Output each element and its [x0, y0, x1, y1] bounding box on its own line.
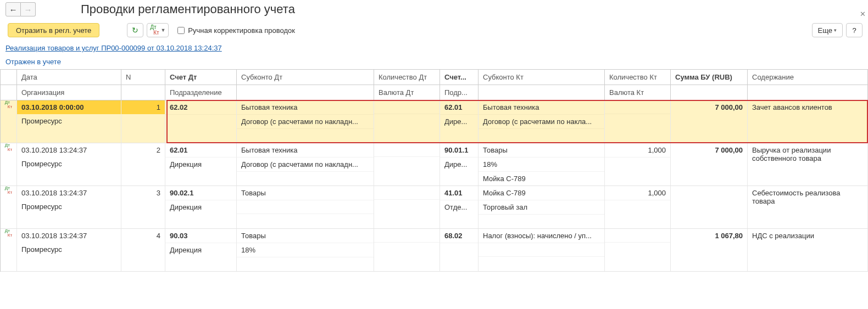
col-n[interactable]: N — [121, 70, 165, 85]
col-date[interactable]: Дата — [17, 70, 121, 85]
qty-dt-cell — [374, 229, 440, 271]
acc-dt-cell: 90.03Дирекция — [165, 229, 237, 271]
manual-correction-checkbox[interactable]: Ручная корректировка проводок — [175, 25, 295, 36]
qty-kt-cell — [605, 229, 671, 271]
cell-value — [671, 186, 747, 200]
cell-value: 90.03 — [165, 229, 236, 243]
cell-value: Отде... — [440, 200, 478, 214]
qty-kt-cell: 1,000 — [605, 143, 671, 186]
table-row[interactable]: ДтКт03.10.2018 13:24:37Промресурс390.02.… — [1, 186, 868, 229]
dtkt-register-button[interactable]: ДтКт ▼ — [147, 23, 169, 37]
n-cell: 1 — [121, 100, 165, 143]
nav-back-button[interactable]: ← — [5, 2, 21, 16]
cell-value: Договор (с расчетами по накладн... — [237, 158, 374, 172]
sub-kt-cell: Налог (взносы): начислено / уп... — [478, 229, 605, 271]
cell-value: Дирекция — [165, 200, 236, 214]
qty-dt-cell — [374, 143, 440, 186]
descr-cell: Выручка от реализации собственного товар… — [748, 143, 868, 186]
cell-value: Себестоимость реализова товара — [748, 186, 867, 208]
cell-value: 4 — [121, 229, 165, 243]
page-title: Проводки регламентированного учета — [81, 2, 295, 16]
col-sub-kt[interactable]: Субконто Кт — [478, 70, 605, 85]
cell-value — [478, 215, 604, 228]
qty-dt-cell — [374, 100, 440, 143]
cell-value: 62.02 — [165, 100, 236, 115]
cell-value — [374, 114, 439, 128]
col-acc-dt[interactable]: Счет Дт — [165, 70, 237, 85]
close-icon[interactable]: ✕ — [860, 10, 866, 18]
cell-value: 1 — [121, 100, 165, 114]
date-org-cell: 03.10.2018 13:24:37Промресурс — [17, 186, 121, 228]
cell-value: 18% — [237, 243, 374, 257]
cell-value: Товары — [237, 229, 374, 243]
acc-dt-cell: 90.02.1Дирекция — [165, 186, 237, 228]
cell-value — [605, 100, 670, 114]
col-icon[interactable] — [1, 70, 17, 85]
cell-value — [165, 115, 236, 128]
source-document-link[interactable]: Реализация товаров и услуг ПР00-000099 о… — [0, 42, 227, 54]
cell-value: 03.10.2018 13:24:37 — [17, 186, 121, 200]
dtkt-icon: ДтКт — [5, 100, 12, 109]
col-dept[interactable]: Подразделение — [165, 85, 237, 100]
cell-value — [605, 243, 670, 256]
cell-value: Торговый зал — [478, 200, 604, 215]
col-descr[interactable]: Содержание — [748, 70, 868, 85]
cell-value: 90.02.1 — [165, 186, 236, 200]
cell-value: 7 000,00 — [671, 143, 747, 157]
cell-value — [237, 172, 374, 186]
date-org-cell: 03.10.2018 0:00:00Промресурс — [17, 100, 121, 143]
acc-kt-cell: 41.01Отде... — [440, 186, 478, 228]
sum-cell: 7 000,00 — [671, 143, 748, 186]
col-dept-kt[interactable]: Подр... — [440, 85, 478, 100]
manual-correction-input[interactable] — [177, 27, 185, 34]
col-qty-kt[interactable]: Количество Кт — [605, 70, 671, 85]
table-row[interactable]: ДтКт03.10.2018 0:00:00Промресурс162.02Бы… — [1, 100, 868, 143]
cell-value: Промресурс — [17, 114, 121, 128]
dtkt-icon: ДтКт — [150, 25, 159, 36]
col-curr-kt[interactable]: Валюта Кт — [605, 85, 671, 100]
col-acc-kt[interactable]: Счет... — [440, 70, 478, 85]
sub-kt-cell: Бытовая техникаДоговор (с расчетами по н… — [478, 100, 605, 143]
refresh-button[interactable]: ↻ — [127, 23, 143, 37]
cell-value — [605, 158, 670, 171]
table-row[interactable]: ДтКт03.10.2018 13:24:37Промресурс262.01Д… — [1, 143, 868, 186]
descr-cell: Зачет авансов клиентов — [748, 100, 868, 143]
cell-value: 03.10.2018 13:24:37 — [17, 229, 121, 243]
cell-value: Зачет авансов клиентов — [748, 100, 867, 114]
cell-value: Дире... — [440, 158, 478, 171]
descr-cell: НДС с реализации — [748, 229, 868, 271]
cell-value — [374, 243, 439, 256]
table-row[interactable]: ДтКт03.10.2018 13:24:37Промресурс490.03Д… — [1, 229, 868, 272]
col-sub-dt[interactable]: Субконто Дт — [237, 70, 374, 85]
cell-value: 2 — [121, 143, 165, 157]
more-button[interactable]: Еще ▾ — [812, 23, 843, 37]
row-icon-cell: ДтКт — [1, 100, 17, 143]
cell-value: 18% — [478, 158, 604, 172]
cell-value: 03.10.2018 0:00:00 — [17, 100, 121, 114]
nav-forward-button[interactable]: → — [21, 2, 36, 16]
col-org[interactable]: Организация — [17, 85, 121, 100]
acc-kt-cell: 68.02 — [440, 229, 478, 271]
cell-value: Договор (с расчетами по накла... — [478, 115, 604, 129]
sum-cell: 7 000,00 — [671, 100, 748, 143]
cell-value — [440, 243, 478, 257]
reflect-button[interactable]: Отразить в регл. учете — [8, 23, 99, 37]
help-button[interactable]: ? — [846, 23, 863, 37]
sub-dt-cell: Бытовая техникаДоговор (с расчетами по н… — [237, 100, 374, 143]
cell-value — [374, 186, 439, 200]
cell-value — [374, 200, 439, 214]
cell-value: Договор (с расчетами по накладн... — [237, 115, 374, 129]
col-curr-dt[interactable]: Валюта Дт — [374, 85, 440, 100]
sub-dt-cell: Бытовая техникаДоговор (с расчетами по н… — [237, 143, 374, 186]
descr-cell: Себестоимость реализова товара — [748, 186, 868, 228]
cell-value: Бытовая техника — [478, 100, 604, 115]
sub-kt-cell: Мойка С-789Торговый зал — [478, 186, 605, 228]
col-sum[interactable]: Сумма БУ (RUB) — [671, 70, 748, 85]
cell-value: 41.01 — [440, 186, 478, 200]
cell-value — [237, 200, 374, 214]
date-org-cell: 03.10.2018 13:24:37Промресурс — [17, 229, 121, 271]
manual-correction-label: Ручная корректировка проводок — [188, 26, 295, 35]
col-qty-dt[interactable]: Количество Дт — [374, 70, 440, 85]
cell-value — [478, 257, 604, 271]
cell-value: Налог (взносы): начислено / уп... — [478, 229, 604, 243]
